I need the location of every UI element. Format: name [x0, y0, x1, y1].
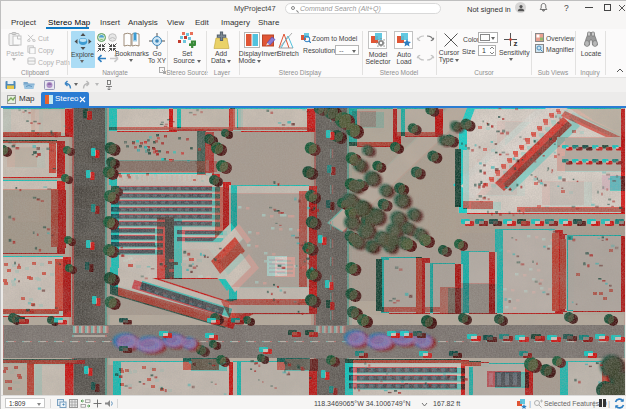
svg-text:z: z	[514, 39, 518, 48]
